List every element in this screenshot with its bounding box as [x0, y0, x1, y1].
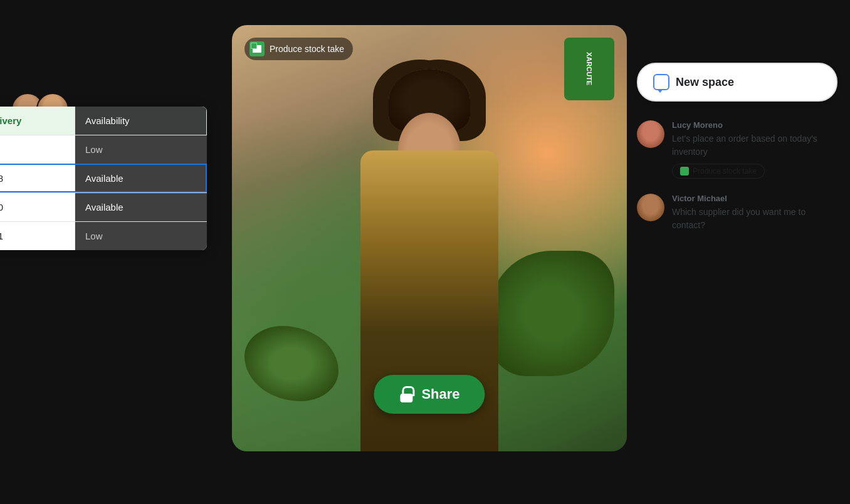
table-row: Salad mix 8/11 Low: [0, 221, 207, 250]
table-row-highlighted[interactable]: Onions 7/28 Available: [0, 164, 207, 192]
new-space-label: New space: [676, 76, 734, 89]
cell-delivery-1: 7/9: [0, 135, 75, 164]
table-row: Bell peppers 7/9 Low: [0, 135, 207, 164]
chat-bubble-icon: [653, 74, 669, 90]
share-label: Share: [421, 386, 459, 402]
cell-availability-1: Low: [75, 135, 207, 164]
victor-message-text: Which supplier did you want me to contac…: [672, 206, 837, 232]
veggie-pile-right: [489, 251, 614, 376]
cell-availability-2: Available: [75, 164, 207, 192]
col-header-availability: Availability: [75, 107, 207, 135]
pill-sheets-icon: [680, 167, 689, 176]
store-sign: XARCUTE: [564, 38, 614, 100]
chat-message-1: Lucy Moreno Let's place an order based o…: [637, 120, 837, 179]
victor-chat-content: Victor Michael Which supplier did you wa…: [672, 194, 837, 237]
page-container: XARCUTE Produce stock take Share Item: [0, 0, 850, 504]
sheets-header: Produce stock take: [244, 38, 353, 60]
share-button[interactable]: Share: [374, 375, 485, 414]
col-header-delivery: Delivery: [0, 107, 75, 135]
lucy-message-text: Let's place an order based on today's in…: [672, 132, 837, 159]
cell-delivery-4: 8/11: [0, 222, 75, 250]
sheets-icon: [249, 41, 265, 56]
availability-header-text: Availability: [85, 115, 130, 126]
lucy-name: Lucy Moreno: [672, 120, 837, 130]
table-row: Carrots 8/10 Available: [0, 192, 207, 221]
cell-availability-4: Low: [75, 222, 207, 250]
spreadsheet-table: Item Delivery Availability Bell peppers …: [0, 107, 207, 250]
lucy-chat-content: Lucy Moreno Let's place an order based o…: [672, 120, 837, 179]
cell-availability-3: Available: [75, 193, 207, 221]
pill-label: Produce stock take: [693, 167, 757, 176]
store-sign-text: XARCUTE: [585, 52, 593, 85]
new-space-button[interactable]: New space: [637, 63, 837, 102]
delivery-header-text: Delivery: [0, 115, 21, 126]
stock-take-pill[interactable]: Produce stock take: [672, 164, 765, 179]
photo-card: XARCUTE Produce stock take Share: [232, 25, 627, 451]
table-header-row: Item Delivery Availability: [0, 107, 207, 135]
cell-delivery-2: 7/28: [0, 164, 75, 192]
victor-name: Victor Michael: [672, 194, 837, 203]
victor-avatar: [637, 194, 664, 221]
sheets-title: Produce stock take: [270, 44, 344, 54]
cell-delivery-3: 8/10: [0, 193, 75, 221]
lucy-avatar: [637, 120, 664, 148]
right-panel: New space Lucy Moreno Let's place an ord…: [637, 63, 837, 252]
lock-icon: [399, 386, 414, 402]
chat-message-2: Victor Michael Which supplier did you wa…: [637, 194, 837, 237]
